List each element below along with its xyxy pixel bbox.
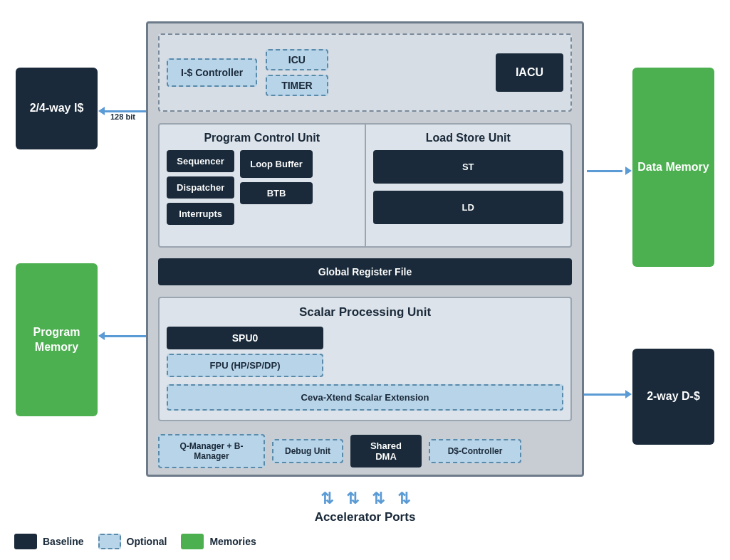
legend-optional-label: Optional bbox=[127, 536, 167, 547]
grf-bar: Global Register File bbox=[158, 258, 572, 285]
legend-optional: Optional bbox=[98, 534, 167, 549]
legend-memories: Memories bbox=[181, 534, 256, 549]
st-btn: ST bbox=[373, 150, 564, 184]
program-memory-box: Program Memory bbox=[16, 263, 98, 416]
iacu-box: IACU bbox=[496, 53, 563, 92]
legend-memories-label: Memories bbox=[209, 536, 256, 547]
ds-controller-btn: D$-Controller bbox=[429, 439, 521, 463]
pcu-left: Sequencer Dispatcher Interrupts bbox=[167, 150, 234, 225]
program-memory-label: Program Memory bbox=[16, 325, 98, 355]
sequencer-btn: Sequencer bbox=[167, 150, 234, 172]
spu-section: Scalar Processing Unit SPU0 FPU (HP/SP/D… bbox=[158, 297, 572, 421]
pcu-section: Program Control Unit Sequencer Dispatche… bbox=[160, 125, 366, 246]
dcache-label: 2-way D-$ bbox=[647, 389, 700, 404]
accelerator-section: ⇅ ⇅ ⇅ ⇅ Accelerator Ports bbox=[146, 490, 584, 524]
shared-dma-btn: Shared DMA bbox=[350, 435, 422, 467]
lsu-section: Load Store Unit ST LD bbox=[366, 125, 571, 246]
ld-btn: LD bbox=[373, 191, 564, 224]
accel-label: Accelerator Ports bbox=[315, 510, 416, 524]
legend-baseline-label: Baseline bbox=[43, 536, 84, 547]
spu-inner: SPU0 FPU (HP/SP/DP) Ceva-Xtend Scalar Ex… bbox=[167, 327, 563, 411]
icash-controller: I-$ Controller bbox=[167, 58, 257, 87]
accel-arrow-3: ⇅ bbox=[372, 490, 385, 508]
bottom-section: Q-Manager + B-Manager Debug Unit Shared … bbox=[158, 432, 572, 470]
icache-label: 2/4-way I$ bbox=[30, 101, 84, 116]
pcu-title: Program Control Unit bbox=[167, 132, 358, 144]
spu-title: Scalar Processing Unit bbox=[167, 305, 563, 319]
qmanager-btn: Q-Manager + B-Manager bbox=[158, 434, 265, 468]
middle-section: Program Control Unit Sequencer Dispatche… bbox=[158, 123, 572, 248]
main-box: I-$ Controller ICU TIMER IACU Program Co… bbox=[146, 21, 584, 477]
data-memory-label: Data Memory bbox=[637, 160, 709, 175]
interrupts-btn: Interrupts bbox=[167, 203, 234, 225]
grf-label: Global Register File bbox=[318, 266, 412, 278]
icu-timer-group: ICU TIMER bbox=[266, 49, 328, 96]
accel-arrow-4: ⇅ bbox=[397, 490, 410, 508]
top-section: I-$ Controller ICU TIMER IACU bbox=[158, 33, 572, 112]
icache-box: 2/4-way I$ bbox=[16, 68, 98, 149]
legend-optional-box bbox=[98, 534, 121, 549]
fpu-box: FPU (HP/SP/DP) bbox=[167, 354, 323, 377]
legend-memories-box bbox=[181, 534, 204, 549]
legend: Baseline Optional Memories bbox=[14, 534, 256, 549]
diagram-container: 2/4-way I$ Program Memory Data Memory 2-… bbox=[0, 0, 730, 560]
debug-unit-btn: Debug Unit bbox=[272, 439, 343, 463]
ceva-box: Ceva-Xtend Scalar Extension bbox=[167, 384, 563, 411]
loop-buffer-btn: Loop Buffer bbox=[240, 150, 313, 178]
accel-arrow-2: ⇅ bbox=[346, 490, 359, 508]
spu0-box: SPU0 bbox=[167, 327, 323, 349]
lsu-inner: ST LD bbox=[373, 150, 564, 224]
dispatcher-btn: Dispatcher bbox=[167, 176, 234, 199]
pcu-right: Loop Buffer BTB bbox=[240, 150, 313, 225]
bit128-label: 128 bit bbox=[110, 112, 135, 121]
lsu-title: Load Store Unit bbox=[373, 132, 564, 144]
data-memory-box: Data Memory bbox=[632, 68, 714, 267]
dcache-box: 2-way D-$ bbox=[632, 349, 714, 445]
btb-btn: BTB bbox=[240, 182, 313, 204]
legend-baseline-box bbox=[14, 534, 37, 549]
legend-baseline: Baseline bbox=[14, 534, 84, 549]
timer-box: TIMER bbox=[266, 75, 328, 96]
accel-arrow-1: ⇅ bbox=[320, 490, 333, 508]
accel-arrows-row: ⇅ ⇅ ⇅ ⇅ bbox=[320, 490, 410, 508]
icu-box: ICU bbox=[266, 49, 328, 70]
pcu-inner: Sequencer Dispatcher Interrupts Loop Buf… bbox=[167, 150, 358, 225]
